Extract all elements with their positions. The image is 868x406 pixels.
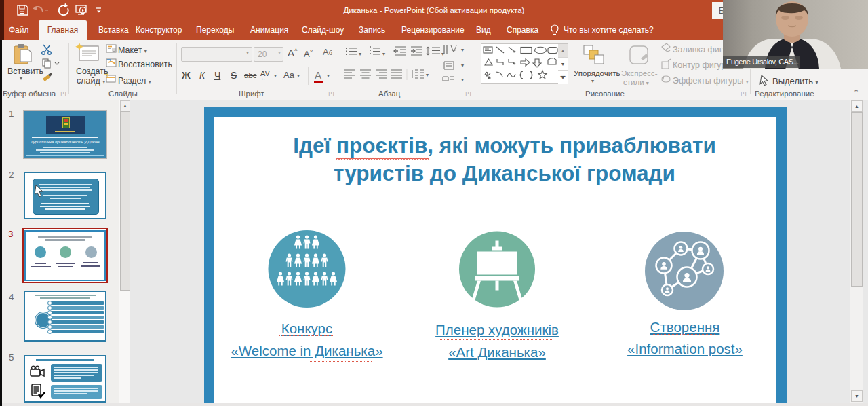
svg-text:▾: ▾ — [461, 47, 464, 53]
svg-text:▾: ▾ — [461, 62, 464, 69]
svg-text:▾: ▾ — [382, 51, 385, 57]
svg-text:▾: ▾ — [426, 72, 429, 78]
svg-text:▾: ▾ — [461, 77, 464, 83]
svg-text:▾: ▾ — [359, 51, 361, 57]
